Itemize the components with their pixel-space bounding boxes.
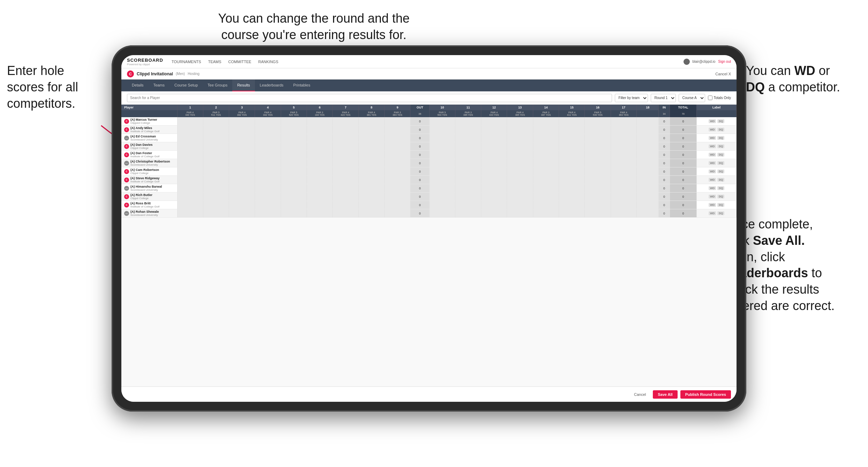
hole-15-score-row-11[interactable] xyxy=(559,209,585,218)
hole-3-score-row-5[interactable] xyxy=(229,159,255,167)
hole-4-score-row-8[interactable] xyxy=(255,184,281,193)
hole-16-score-row-6[interactable] xyxy=(585,167,611,176)
hole-7-score-row-2[interactable] xyxy=(333,134,358,142)
hole-16-score-row-10[interactable] xyxy=(585,201,611,209)
totals-only[interactable]: Totals Only xyxy=(708,96,731,100)
cancel-action-button[interactable]: Cancel xyxy=(630,390,650,399)
hole-4-score-row-1[interactable] xyxy=(255,126,281,134)
hole-5-score-row-2[interactable] xyxy=(281,134,307,142)
tab-course-setup[interactable]: Course Setup xyxy=(169,80,203,91)
hole-7-score-row-5[interactable] xyxy=(333,159,358,167)
hole-11-score-row-8[interactable] xyxy=(455,184,481,193)
hole-6-score-row-7[interactable] xyxy=(307,176,333,184)
hole-3-score-row-3[interactable] xyxy=(229,142,255,151)
hole-1-score-row-2[interactable] xyxy=(177,134,203,142)
hole-18-score-row-1[interactable] xyxy=(637,126,659,134)
hole-14-score-row-8[interactable] xyxy=(533,184,559,193)
hole-6-score-row-0[interactable] xyxy=(307,117,333,126)
hole-1-score-row-3[interactable] xyxy=(177,142,203,151)
hole-7-score-row-9[interactable] xyxy=(333,193,358,201)
hole-8-score-row-11[interactable] xyxy=(358,209,384,218)
hole-15-score-row-6[interactable] xyxy=(559,167,585,176)
hole-5-score-row-1[interactable] xyxy=(281,126,307,134)
hole-9-score-row-6[interactable] xyxy=(385,167,410,176)
hole-11-score-row-5[interactable] xyxy=(455,159,481,167)
hole-7-score-row-8[interactable] xyxy=(333,184,358,193)
hole-12-score-row-8[interactable] xyxy=(481,184,507,193)
hole-1-score-row-7[interactable] xyxy=(177,176,203,184)
hole-3-score-row-8[interactable] xyxy=(229,184,255,193)
hole-9-score-row-3[interactable] xyxy=(385,142,410,151)
save-all-button[interactable]: Save All xyxy=(653,390,677,399)
wd-button-row-11[interactable]: WD xyxy=(709,211,716,215)
hole-1-score-row-11[interactable] xyxy=(177,209,203,218)
hole-3-score-row-4[interactable] xyxy=(229,151,255,159)
score-table-container[interactable]: Player 1 2 3 4 5 6 7 8 9 OUT 10 xyxy=(121,105,737,386)
publish-button[interactable]: Publish Round Scores xyxy=(680,390,731,399)
hole-15-score-row-4[interactable] xyxy=(559,151,585,159)
hole-18-score-row-3[interactable] xyxy=(637,142,659,151)
hole-16-score-row-2[interactable] xyxy=(585,134,611,142)
hole-12-score-row-9[interactable] xyxy=(481,193,507,201)
hole-16-score-row-0[interactable] xyxy=(585,117,611,126)
hole-2-score-row-0[interactable] xyxy=(203,117,229,126)
hole-12-score-row-3[interactable] xyxy=(481,142,507,151)
hole-8-score-row-7[interactable] xyxy=(358,176,384,184)
hole-7-score-row-0[interactable] xyxy=(333,117,358,126)
hole-7-score-row-1[interactable] xyxy=(333,126,358,134)
hole-2-score-row-4[interactable] xyxy=(203,151,229,159)
hole-3-score-row-2[interactable] xyxy=(229,134,255,142)
hole-15-score-row-2[interactable] xyxy=(559,134,585,142)
hole-7-score-row-10[interactable] xyxy=(333,201,358,209)
hole-3-score-row-1[interactable] xyxy=(229,126,255,134)
hole-11-score-row-6[interactable] xyxy=(455,167,481,176)
wd-button-row-8[interactable]: WD xyxy=(709,186,716,190)
dq-button-row-5[interactable]: DQ xyxy=(717,161,724,165)
hole-6-score-row-4[interactable] xyxy=(307,151,333,159)
dq-button-row-11[interactable]: DQ xyxy=(717,211,724,215)
hole-17-score-row-2[interactable] xyxy=(611,134,636,142)
hole-13-score-row-2[interactable] xyxy=(507,134,533,142)
hole-6-score-row-9[interactable] xyxy=(307,193,333,201)
hole-5-score-row-5[interactable] xyxy=(281,159,307,167)
hole-17-score-row-5[interactable] xyxy=(611,159,636,167)
hole-10-score-row-6[interactable] xyxy=(429,167,455,176)
hole-9-score-row-9[interactable] xyxy=(385,193,410,201)
hole-17-score-row-3[interactable] xyxy=(611,142,636,151)
dq-button-row-1[interactable]: DQ xyxy=(717,128,724,131)
hole-2-score-row-11[interactable] xyxy=(203,209,229,218)
hole-17-score-row-9[interactable] xyxy=(611,193,636,201)
hole-6-score-row-10[interactable] xyxy=(307,201,333,209)
hole-11-score-row-11[interactable] xyxy=(455,209,481,218)
hole-9-score-row-1[interactable] xyxy=(385,126,410,134)
hole-12-score-row-2[interactable] xyxy=(481,134,507,142)
dq-button-row-9[interactable]: DQ xyxy=(717,195,724,198)
hole-10-score-row-7[interactable] xyxy=(429,176,455,184)
nav-rankings[interactable]: RANKINGS xyxy=(258,60,278,64)
hole-8-score-row-2[interactable] xyxy=(358,134,384,142)
course-select[interactable]: Course A Course B xyxy=(679,94,705,102)
hole-12-score-row-11[interactable] xyxy=(481,209,507,218)
hole-3-score-row-11[interactable] xyxy=(229,209,255,218)
hole-5-score-row-0[interactable] xyxy=(281,117,307,126)
hole-14-score-row-2[interactable] xyxy=(533,134,559,142)
hole-17-score-row-1[interactable] xyxy=(611,126,636,134)
hole-18-score-row-11[interactable] xyxy=(637,209,659,218)
hole-10-score-row-0[interactable] xyxy=(429,117,455,126)
wd-button-row-6[interactable]: WD xyxy=(709,170,716,173)
hole-6-score-row-2[interactable] xyxy=(307,134,333,142)
hole-18-score-row-9[interactable] xyxy=(637,193,659,201)
hole-16-score-row-1[interactable] xyxy=(585,126,611,134)
dq-button-row-8[interactable]: DQ xyxy=(717,186,724,190)
tab-tee-groups[interactable]: Tee Groups xyxy=(203,80,232,91)
hole-8-score-row-8[interactable] xyxy=(358,184,384,193)
hole-5-score-row-9[interactable] xyxy=(281,193,307,201)
hole-11-score-row-10[interactable] xyxy=(455,201,481,209)
hole-7-score-row-11[interactable] xyxy=(333,209,358,218)
hole-2-score-row-7[interactable] xyxy=(203,176,229,184)
hole-16-score-row-9[interactable] xyxy=(585,193,611,201)
wd-button-row-0[interactable]: WD xyxy=(709,119,716,123)
hole-9-score-row-5[interactable] xyxy=(385,159,410,167)
hole-16-score-row-11[interactable] xyxy=(585,209,611,218)
wd-button-row-3[interactable]: WD xyxy=(709,144,716,148)
